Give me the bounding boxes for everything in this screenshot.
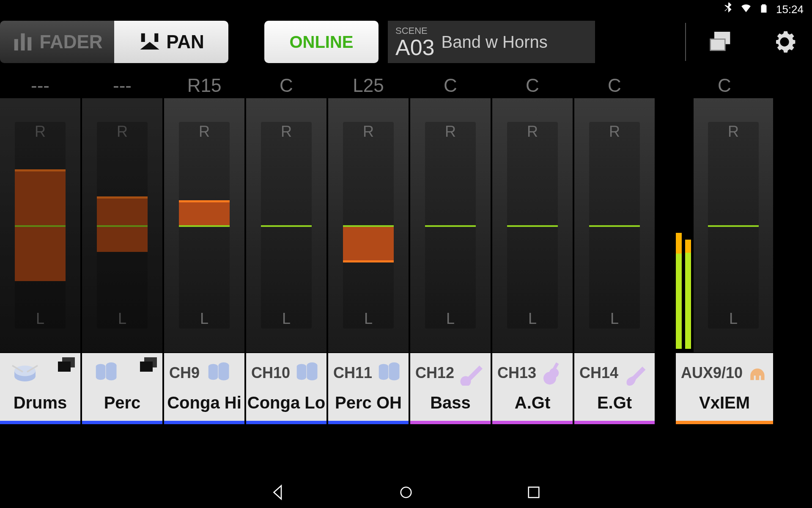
- channel-color-bar: [82, 421, 162, 424]
- channel-color-bar: [246, 421, 326, 424]
- channel-id: CH12: [415, 364, 454, 382]
- channel-name: E.Gt: [574, 393, 655, 417]
- pan-control[interactable]: R L: [164, 98, 244, 352]
- pan-value: C: [410, 73, 491, 98]
- congas-icon: [294, 360, 321, 386]
- congas-icon: [91, 360, 123, 386]
- windows-icon: [708, 28, 735, 55]
- headphones-icon: [747, 360, 768, 386]
- toolbar-separator: [685, 23, 686, 61]
- home-button[interactable]: [397, 483, 415, 503]
- tab-pan[interactable]: PAN: [114, 21, 228, 63]
- channel-color-bar: [676, 421, 773, 424]
- bluetooth-icon: [723, 3, 734, 17]
- wifi-icon: [741, 3, 752, 17]
- tab-fader[interactable]: FADER: [0, 21, 114, 63]
- channel-name: VxIEM: [676, 393, 773, 417]
- meter-left: [676, 233, 682, 349]
- channel-label[interactable]: CH13 A.Gt: [492, 353, 573, 424]
- svg-rect-3: [141, 33, 145, 42]
- congas-icon: [204, 360, 235, 386]
- channel-id: CH10: [251, 364, 290, 382]
- gear-icon: [771, 28, 798, 55]
- pan-value: ---: [0, 73, 80, 98]
- pan-control[interactable]: R L: [694, 98, 773, 352]
- settings-button[interactable]: [761, 21, 808, 63]
- channel-strip: C R L CH13 A.Gt: [492, 73, 573, 424]
- channel-id: CH9: [169, 364, 200, 382]
- channel-strip: R15 R L CH9 Conga Hi: [164, 73, 244, 424]
- online-label: ONLINE: [289, 33, 353, 52]
- stack-icon: [139, 356, 158, 373]
- recents-button[interactable]: [525, 483, 543, 503]
- channel-strip: C R L CH12 Bass: [410, 73, 491, 424]
- tab-fader-label: FADER: [39, 31, 102, 52]
- channel-label[interactable]: Perc: [82, 353, 162, 424]
- channel-label[interactable]: CH14 E.Gt: [574, 353, 655, 424]
- channel-strip: --- R L Drums: [0, 73, 80, 424]
- view-mode-tabs: FADER PAN: [0, 21, 228, 63]
- channel-name: Bass: [410, 393, 491, 417]
- channel-name: Conga Hi: [164, 393, 244, 417]
- channel-label[interactable]: CH9 Conga Hi: [164, 353, 244, 424]
- channel-color-bar: [0, 421, 80, 424]
- channel-label[interactable]: AUX9/10 VxIEM: [676, 353, 773, 424]
- toolbar: FADER PAN ONLINE SCENE A03 Band w Horns: [0, 19, 812, 65]
- pan-value: C: [676, 73, 773, 98]
- channel-color-bar: [164, 421, 244, 424]
- bass-icon: [458, 360, 486, 386]
- svg-rect-0: [14, 39, 18, 50]
- pan-value: C: [574, 73, 655, 98]
- pan-control[interactable]: R L: [246, 98, 326, 352]
- channel-id: AUX9/10: [681, 364, 743, 382]
- pan-control[interactable]: R L: [328, 98, 409, 352]
- channel-strip: C R L CH10 Conga Lo: [246, 73, 326, 424]
- eguitar-icon: [623, 360, 650, 386]
- android-status-bar: 15:24: [0, 0, 812, 19]
- drum-icon: [9, 360, 41, 386]
- online-button[interactable]: ONLINE: [264, 21, 379, 63]
- pan-control[interactable]: R L: [492, 98, 573, 352]
- channel-strip: C R L CH14 E.Gt: [574, 73, 655, 424]
- channel-label[interactable]: Drums: [0, 353, 80, 424]
- channel-id: CH11: [333, 364, 372, 382]
- pan-value: C: [246, 73, 326, 98]
- pan-control[interactable]: R L: [0, 98, 80, 352]
- channel-name: Perc: [82, 393, 162, 417]
- channel-name: Conga Lo: [246, 393, 326, 417]
- aguitar-icon: [540, 360, 568, 386]
- congas-icon: [376, 360, 403, 386]
- android-nav-bar: [0, 478, 812, 508]
- channel-color-bar: [328, 421, 409, 424]
- svg-point-8: [401, 487, 411, 498]
- channel-label[interactable]: CH11 Perc OH: [328, 353, 409, 424]
- channel-strip-group: --- R L Drums --- R L: [0, 73, 655, 424]
- scene-id: A03: [395, 36, 435, 58]
- mixer-area: --- R L Drums --- R L: [0, 73, 812, 424]
- channel-name: Drums: [0, 393, 80, 417]
- channel-label[interactable]: CH12 Bass: [410, 353, 491, 424]
- pan-control[interactable]: R L: [82, 98, 162, 352]
- scene-selector[interactable]: SCENE A03 Band w Horns: [388, 21, 595, 63]
- svg-rect-1: [21, 33, 25, 51]
- pan-value: R15: [164, 73, 244, 98]
- pan-icon: [138, 30, 161, 53]
- meter-right: [685, 240, 691, 349]
- stack-icon: [57, 356, 76, 373]
- channel-id: CH14: [579, 364, 618, 382]
- pan-value: L25: [328, 73, 409, 98]
- channel-name: Perc OH: [328, 393, 409, 417]
- pan-control[interactable]: R L: [410, 98, 491, 352]
- channel-aux: C BAL R L AUX9/10 VxIEM: [676, 73, 773, 424]
- channel-id: CH13: [497, 364, 536, 382]
- back-button[interactable]: [269, 483, 287, 503]
- channel-label[interactable]: CH10 Conga Lo: [246, 353, 326, 424]
- pan-control[interactable]: R L: [574, 98, 655, 352]
- fader-icon: [11, 30, 34, 53]
- channel-color-bar: [410, 421, 491, 424]
- pan-value: C: [492, 73, 573, 98]
- pan-value: ---: [82, 73, 162, 98]
- channel-strip: --- R L Perc: [82, 73, 162, 424]
- channel-name: A.Gt: [492, 393, 573, 417]
- windows-button[interactable]: [698, 21, 744, 63]
